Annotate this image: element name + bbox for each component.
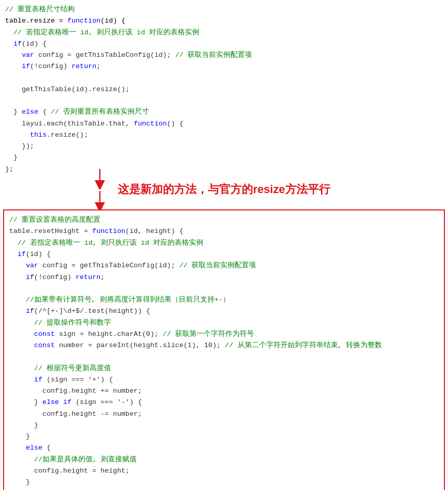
top-code-block: // 重置表格尺寸结构 table.resize = function(id) … bbox=[5, 4, 443, 175]
bottom-code-10: const sign = height.charAt(0); // 获取第一个字… bbox=[9, 330, 254, 338]
code-line-13: }; bbox=[5, 165, 13, 173]
bottom-code-6: if(!config) return; bbox=[9, 273, 104, 281]
code-line-2: table.resize = function(id) { bbox=[5, 17, 125, 25]
bottom-code-12: // 根据符号更新高度值 bbox=[9, 365, 111, 372]
bottom-code-16: config.height -= number; bbox=[9, 410, 142, 418]
bottom-code-14: config.height += number; bbox=[9, 387, 142, 395]
bottom-code-15: } else if (sign === '-') { bbox=[9, 398, 142, 406]
bottom-code-22: } bbox=[9, 478, 30, 486]
bottom-code-9: // 提取操作符号和数字 bbox=[9, 319, 111, 327]
bottom-code-21: config.height = height; bbox=[9, 467, 130, 475]
bottom-code-4: if(id) { bbox=[9, 250, 51, 258]
bottom-code-2: table.resetHeight = function(id, height)… bbox=[9, 227, 183, 235]
code-line-7: getThisTable(id).resize(); bbox=[5, 86, 130, 93]
code-line-11: }); bbox=[5, 142, 34, 150]
bottom-section: // 重置设置表格的高度配置 table.resetHeight = funct… bbox=[3, 209, 445, 490]
code-line-10: this.resize(); bbox=[5, 131, 88, 139]
bottom-code-18: } bbox=[9, 433, 30, 440]
code-line-12: } bbox=[5, 154, 17, 161]
bottom-code-block: // 重置设置表格的高度配置 table.resetHeight = funct… bbox=[9, 215, 439, 490]
bottom-code-19: else { bbox=[9, 444, 51, 452]
annotation-area: 这是新加的方法，与官方的resize方法平行 bbox=[0, 178, 448, 200]
bottom-code-17: } bbox=[9, 421, 38, 429]
code-line-8: } else { // 否则重置所有表格实例尺寸 bbox=[5, 108, 149, 116]
code-line-4: if(id) { bbox=[5, 40, 47, 48]
bottom-code-7: //如果带有计算符号, 则将高度计算得到结果（目前只支持+-） bbox=[9, 296, 230, 304]
annotation-text: 这是新加的方法，与官方的resize方法平行 bbox=[118, 180, 330, 198]
code-line-5: var config = getThisTableConfig(id); // … bbox=[5, 51, 252, 59]
top-section: // 重置表格尺寸结构 table.resize = function(id) … bbox=[0, 0, 448, 178]
bottom-code-3: // 若指定表格唯一 id, 则只执行该 id 对应的表格实例 bbox=[9, 239, 203, 247]
arrow-down-bottom bbox=[90, 191, 110, 211]
bottom-code-20: //如果是具体的值, 则直接赋值 bbox=[9, 456, 137, 463]
bottom-code-11: const number = parseInt(height.slice(1),… bbox=[9, 342, 382, 349]
code-line-6: if(!config) return; bbox=[5, 62, 100, 70]
page-container: // 重置表格尺寸结构 table.resize = function(id) … bbox=[0, 0, 448, 490]
code-line-9: layui.each(thisTable.that, function() { bbox=[5, 120, 183, 127]
bottom-code-5: var config = getThisTableConfig(id); // … bbox=[9, 262, 256, 269]
bottom-code-8: if(/^[+-]\d+$/.test(height)) { bbox=[9, 307, 150, 315]
arrow-down-top bbox=[90, 169, 110, 189]
comment-line-1: // 重置表格尺寸结构 bbox=[5, 6, 75, 13]
bottom-code-13: if (sign === '+') { bbox=[9, 376, 113, 384]
bottom-comment-1: // 重置设置表格的高度配置 bbox=[9, 216, 100, 224]
code-line-3: // 若指定表格唯一 id, 则只执行该 id 对应的表格实例 bbox=[5, 29, 199, 36]
